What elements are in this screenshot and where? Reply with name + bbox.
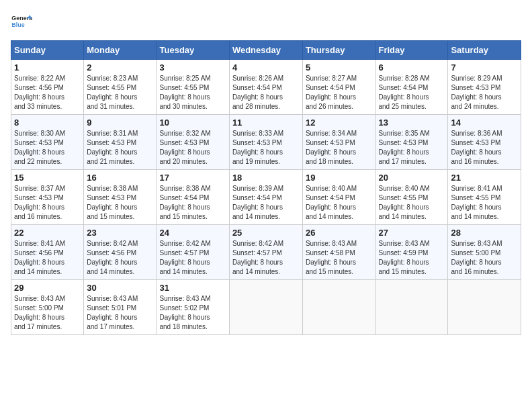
weekday-header-wednesday: Wednesday [229,41,302,60]
day-number: 27 [379,228,445,238]
day-cell: 20Sunrise: 8:40 AMSunset: 4:55 PMDayligh… [375,170,448,225]
day-cell: 10Sunrise: 8:32 AMSunset: 4:53 PMDayligh… [157,115,229,170]
logo: General Blue [11,11,32,32]
day-info: Sunrise: 8:43 AMSunset: 5:00 PMDaylight:… [14,294,81,332]
day-info: Sunrise: 8:36 AMSunset: 4:53 PMDaylight:… [451,129,518,167]
day-cell [375,280,448,335]
day-cell: 22Sunrise: 8:41 AMSunset: 4:56 PMDayligh… [11,225,84,280]
day-cell: 27Sunrise: 8:43 AMSunset: 4:59 PMDayligh… [375,225,448,280]
day-cell: 8Sunrise: 8:30 AMSunset: 4:53 PMDaylight… [11,115,84,170]
day-info: Sunrise: 8:29 AMSunset: 4:53 PMDaylight:… [451,74,518,111]
day-number: 29 [14,283,81,293]
day-number: 14 [451,118,518,128]
weekday-header-friday: Friday [375,41,448,60]
day-cell: 2Sunrise: 8:23 AMSunset: 4:55 PMDaylight… [84,60,157,115]
day-info: Sunrise: 8:31 AMSunset: 4:53 PMDaylight:… [87,129,153,167]
day-number: 17 [160,173,226,183]
day-info: Sunrise: 8:42 AMSunset: 4:57 PMDaylight:… [232,239,300,277]
day-cell: 7Sunrise: 8:29 AMSunset: 4:53 PMDaylight… [448,60,521,115]
day-info: Sunrise: 8:34 AMSunset: 4:53 PMDaylight:… [306,129,373,167]
day-number: 24 [160,228,226,238]
day-info: Sunrise: 8:41 AMSunset: 4:55 PMDaylight:… [451,184,518,222]
day-cell [229,280,302,335]
day-cell: 23Sunrise: 8:42 AMSunset: 4:56 PMDayligh… [84,225,157,280]
week-row-3: 15Sunrise: 8:37 AMSunset: 4:53 PMDayligh… [11,170,521,225]
weekday-header-tuesday: Tuesday [157,41,229,60]
week-row-1: 1Sunrise: 8:22 AMSunset: 4:56 PMDaylight… [11,60,521,115]
svg-text:Blue: Blue [11,21,24,28]
day-cell: 12Sunrise: 8:34 AMSunset: 4:53 PMDayligh… [302,115,375,170]
day-number: 31 [160,283,226,293]
day-number: 3 [160,62,226,73]
day-number: 8 [14,118,81,128]
day-info: Sunrise: 8:22 AMSunset: 4:56 PMDaylight:… [14,74,81,111]
day-cell: 19Sunrise: 8:40 AMSunset: 4:54 PMDayligh… [302,170,375,225]
day-info: Sunrise: 8:23 AMSunset: 4:55 PMDaylight:… [87,74,153,111]
day-cell: 28Sunrise: 8:43 AMSunset: 5:00 PMDayligh… [448,225,521,280]
day-cell: 18Sunrise: 8:39 AMSunset: 4:54 PMDayligh… [229,170,302,225]
day-number: 22 [14,228,81,238]
day-info: Sunrise: 8:25 AMSunset: 4:55 PMDaylight:… [160,74,226,111]
day-number: 11 [232,118,300,128]
day-cell: 4Sunrise: 8:26 AMSunset: 4:54 PMDaylight… [229,60,302,115]
day-number: 2 [87,62,153,73]
day-info: Sunrise: 8:43 AMSunset: 5:02 PMDaylight:… [160,294,226,332]
day-number: 23 [87,228,153,238]
day-number: 5 [306,62,373,73]
day-info: Sunrise: 8:43 AMSunset: 5:00 PMDaylight:… [451,239,518,277]
day-number: 19 [306,173,373,183]
day-cell: 3Sunrise: 8:25 AMSunset: 4:55 PMDaylight… [157,60,229,115]
day-info: Sunrise: 8:40 AMSunset: 4:55 PMDaylight:… [379,184,445,222]
day-number: 1 [14,62,81,73]
day-info: Sunrise: 8:28 AMSunset: 4:54 PMDaylight:… [379,74,445,111]
day-number: 13 [379,118,445,128]
header: General Blue [11,11,521,32]
day-cell: 25Sunrise: 8:42 AMSunset: 4:57 PMDayligh… [229,225,302,280]
day-cell: 11Sunrise: 8:33 AMSunset: 4:53 PMDayligh… [229,115,302,170]
day-info: Sunrise: 8:42 AMSunset: 4:56 PMDaylight:… [87,239,153,277]
day-info: Sunrise: 8:40 AMSunset: 4:54 PMDaylight:… [306,184,373,222]
day-cell: 6Sunrise: 8:28 AMSunset: 4:54 PMDaylight… [375,60,448,115]
weekday-header-saturday: Saturday [448,41,521,60]
day-cell [302,280,375,335]
calendar-table: SundayMondayTuesdayWednesdayThursdayFrid… [11,40,521,335]
day-number: 7 [451,62,518,73]
day-cell [448,280,521,335]
day-number: 10 [160,118,226,128]
day-cell: 21Sunrise: 8:41 AMSunset: 4:55 PMDayligh… [448,170,521,225]
day-number: 30 [87,283,153,293]
day-number: 16 [87,173,153,183]
day-info: Sunrise: 8:41 AMSunset: 4:56 PMDaylight:… [14,239,81,277]
week-row-5: 29Sunrise: 8:43 AMSunset: 5:00 PMDayligh… [11,280,521,335]
day-info: Sunrise: 8:30 AMSunset: 4:53 PMDaylight:… [14,129,81,167]
day-number: 4 [232,62,300,73]
day-info: Sunrise: 8:43 AMSunset: 5:01 PMDaylight:… [87,294,153,332]
day-cell: 9Sunrise: 8:31 AMSunset: 4:53 PMDaylight… [84,115,157,170]
day-info: Sunrise: 8:39 AMSunset: 4:54 PMDaylight:… [232,184,300,222]
day-cell: 24Sunrise: 8:42 AMSunset: 4:57 PMDayligh… [157,225,229,280]
day-cell: 16Sunrise: 8:38 AMSunset: 4:53 PMDayligh… [84,170,157,225]
day-info: Sunrise: 8:35 AMSunset: 4:53 PMDaylight:… [379,129,445,167]
logo-icon: General Blue [11,11,32,32]
day-info: Sunrise: 8:43 AMSunset: 4:58 PMDaylight:… [306,239,373,277]
day-cell: 29Sunrise: 8:43 AMSunset: 5:00 PMDayligh… [11,280,84,335]
weekday-header-row: SundayMondayTuesdayWednesdayThursdayFrid… [11,41,521,60]
day-number: 25 [232,228,300,238]
day-cell: 31Sunrise: 8:43 AMSunset: 5:02 PMDayligh… [157,280,229,335]
weekday-header-sunday: Sunday [11,41,84,60]
day-number: 18 [232,173,300,183]
day-number: 9 [87,118,153,128]
day-number: 15 [14,173,81,183]
day-info: Sunrise: 8:37 AMSunset: 4:53 PMDaylight:… [14,184,81,222]
day-number: 12 [306,118,373,128]
day-cell: 17Sunrise: 8:38 AMSunset: 4:54 PMDayligh… [157,170,229,225]
day-info: Sunrise: 8:27 AMSunset: 4:54 PMDaylight:… [306,74,373,111]
day-cell: 15Sunrise: 8:37 AMSunset: 4:53 PMDayligh… [11,170,84,225]
week-row-4: 22Sunrise: 8:41 AMSunset: 4:56 PMDayligh… [11,225,521,280]
day-number: 26 [306,228,373,238]
day-cell: 13Sunrise: 8:35 AMSunset: 4:53 PMDayligh… [375,115,448,170]
day-cell: 26Sunrise: 8:43 AMSunset: 4:58 PMDayligh… [302,225,375,280]
week-row-2: 8Sunrise: 8:30 AMSunset: 4:53 PMDaylight… [11,115,521,170]
day-cell: 5Sunrise: 8:27 AMSunset: 4:54 PMDaylight… [302,60,375,115]
weekday-header-monday: Monday [84,41,157,60]
